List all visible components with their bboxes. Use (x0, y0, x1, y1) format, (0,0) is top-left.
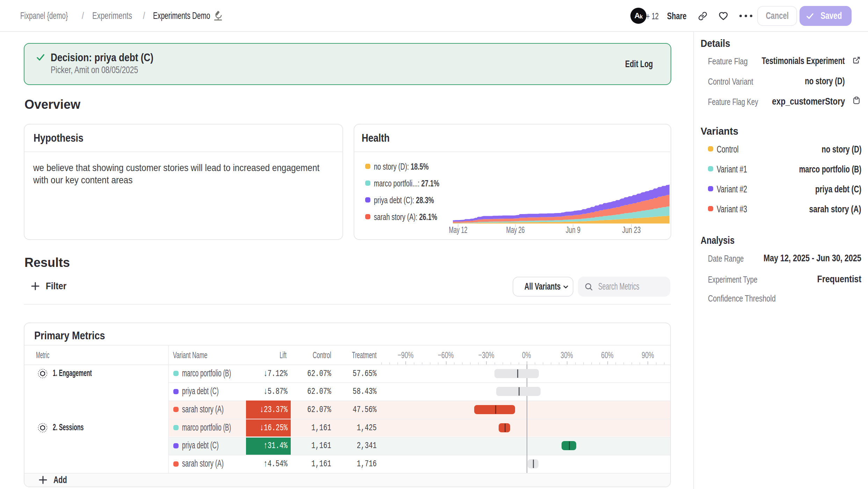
svg-text:May 26: May 26 (506, 225, 525, 235)
svg-text:Jun 23: Jun 23 (622, 225, 641, 235)
svg-text:Jun 9: Jun 9 (566, 225, 580, 235)
svg-text:May 12: May 12 (449, 225, 468, 235)
